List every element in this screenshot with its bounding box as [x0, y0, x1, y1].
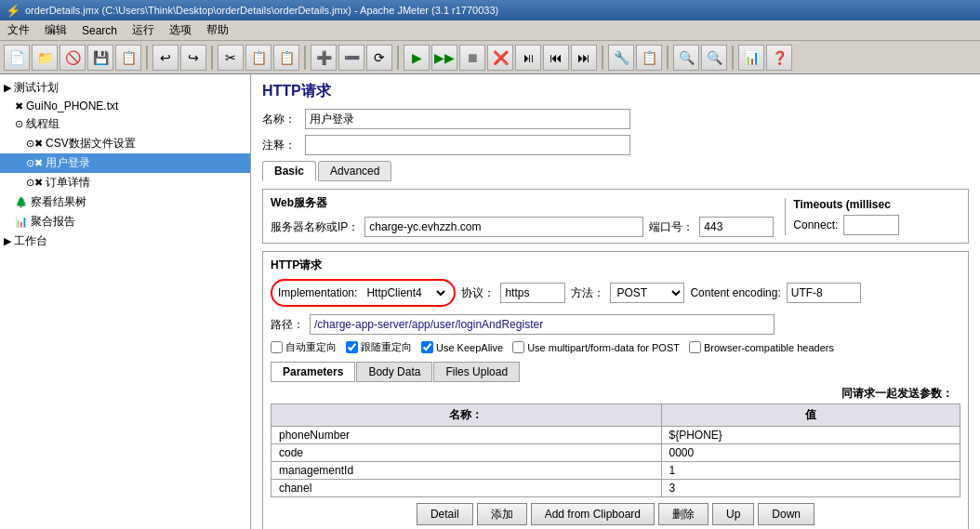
checkbox-follow-redirect[interactable]: 跟随重定向	[346, 340, 412, 354]
sidebar-item-workbench[interactable]: ▶ 工作台	[0, 231, 250, 251]
menu-options[interactable]: 选项	[166, 21, 195, 39]
toolbar-copy[interactable]: 📋	[245, 45, 271, 71]
test-plan-icon: ▶	[4, 82, 11, 94]
connect-input[interactable]	[843, 215, 899, 235]
sidebar-item-test-plan[interactable]: ▶ 测试计划	[0, 78, 250, 98]
menu-run[interactable]: 运行	[128, 21, 158, 39]
down-button[interactable]: Down	[758, 503, 814, 525]
sidebar-item-label: 察看结果树	[31, 194, 86, 210]
sidebar-item-user-login[interactable]: ⊙✖ 用户登录	[0, 153, 250, 173]
name-label: 名称：	[262, 112, 299, 127]
sidebar-item-view-tree[interactable]: 🌲 察看结果树	[0, 192, 250, 212]
tab-basic[interactable]: Basic	[262, 161, 316, 181]
menu-bar: 文件 编辑 Search 运行 选项 帮助	[0, 20, 980, 41]
comment-input[interactable]	[305, 135, 630, 155]
sub-tab-files-upload[interactable]: Files Upload	[433, 362, 520, 382]
toolbar-shutdown[interactable]: ❌	[487, 45, 513, 71]
checkbox-keep-alive[interactable]: Use KeepAlive	[421, 341, 503, 353]
table-row: managementId 1	[271, 462, 960, 480]
col-name-header: 名称：	[271, 404, 662, 427]
toolbar-cut[interactable]: ✂	[218, 45, 244, 71]
delete-button[interactable]: 删除	[658, 503, 709, 525]
browser-compat-checkbox[interactable]	[689, 341, 701, 353]
param-value-0: ${PHONE}	[661, 427, 960, 444]
sidebar-item-thread-group[interactable]: ⊙ 线程组	[0, 114, 250, 134]
toolbar-search[interactable]: 🔍	[673, 45, 699, 71]
detail-button[interactable]: Detail	[417, 503, 473, 525]
comment-label: 注释：	[262, 138, 299, 153]
sub-tabs: Parameters Body Data Files Upload	[271, 362, 960, 382]
sub-tab-parameters[interactable]: Parameters	[271, 362, 355, 382]
toolbar-help[interactable]: ❓	[766, 45, 792, 71]
checkbox-multipart[interactable]: Use multipart/form-data for POST	[512, 341, 680, 353]
toolbar-clear[interactable]: 🔍	[701, 45, 727, 71]
auto-redirect-checkbox[interactable]	[271, 341, 283, 353]
protocol-input[interactable]	[500, 283, 565, 303]
toolbar-sep-4	[397, 46, 399, 70]
toolbar-sep-6	[667, 46, 669, 70]
follow-redirect-checkbox[interactable]	[346, 341, 358, 353]
view-icon: 🌲	[15, 196, 28, 208]
sidebar-item-gui-no-phone[interactable]: ✖ GuiNo_PHONE.txt	[0, 98, 250, 114]
toolbar-remote-stop[interactable]: ⏮	[543, 45, 569, 71]
toolbar-stop[interactable]: ⏹	[459, 45, 485, 71]
toolbar-log-viewer[interactable]: 📋	[636, 45, 662, 71]
up-button[interactable]: Up	[712, 503, 754, 525]
toolbar-chart[interactable]: 📊	[738, 45, 764, 71]
toolbar-refresh[interactable]: ⟳	[366, 45, 392, 71]
toolbar-expand[interactable]: ➕	[311, 45, 337, 71]
toolbar-saveas[interactable]: 📋	[115, 45, 141, 71]
toolbar-collapse[interactable]: ➖	[338, 45, 364, 71]
toolbar-undo[interactable]: ↩	[152, 45, 179, 71]
toolbar-start-no-pause[interactable]: ▶▶	[431, 45, 457, 71]
method-select[interactable]: POST GET PUT DELETE	[610, 283, 684, 303]
encoding-input[interactable]	[787, 283, 861, 303]
connect-label: Connect:	[793, 218, 838, 231]
toolbar-remote-start[interactable]: ⏯	[515, 45, 541, 71]
toolbar-sep-3	[304, 46, 306, 70]
sidebar-item-order-detail[interactable]: ⊙✖ 订单详情	[0, 173, 250, 192]
tab-advanced[interactable]: Advanced	[318, 161, 391, 181]
toolbar-close[interactable]: 🚫	[60, 45, 86, 71]
name-input[interactable]	[305, 109, 630, 129]
sidebar-item-label: 线程组	[26, 116, 60, 132]
param-name-2: managementId	[271, 462, 662, 480]
port-input[interactable]	[699, 217, 774, 237]
title-text: orderDetails.jmx (C:\Users\Think\Desktop…	[25, 5, 498, 16]
port-label: 端口号：	[649, 219, 694, 235]
checkbox-auto-redirect[interactable]: 自动重定向	[271, 340, 337, 354]
sidebar-item-csv-data[interactable]: ⊙✖ CSV数据文件设置	[0, 134, 250, 153]
thread-icon: ⊙	[15, 118, 23, 130]
multipart-checkbox[interactable]	[512, 341, 524, 353]
user-login-icon: ⊙✖	[26, 157, 43, 169]
sidebar-item-label: 测试计划	[14, 80, 59, 96]
param-value-1: 0000	[661, 444, 960, 462]
menu-file[interactable]: 文件	[4, 21, 33, 39]
impl-select[interactable]: HttpClient4 Java HttpClient3.1	[361, 283, 448, 303]
toolbar-func-helper[interactable]: 🔧	[608, 45, 634, 71]
add-from-clipboard-button[interactable]: Add from Clipboard	[531, 503, 655, 525]
toolbar-save[interactable]: 💾	[87, 45, 113, 71]
table-row: code 0000	[271, 444, 960, 462]
http-request-section: HTTP请求 Implementation: HttpClient4 Java …	[262, 251, 969, 529]
menu-help[interactable]: 帮助	[203, 21, 232, 39]
toolbar-open[interactable]: 📁	[32, 45, 58, 71]
toolbar-redo[interactable]: ↪	[180, 45, 206, 71]
toolbar-remote-shutdown[interactable]: ⏭	[571, 45, 597, 71]
sub-tab-body-data[interactable]: Body Data	[356, 362, 432, 382]
sidebar-item-aggregate-report[interactable]: 📊 聚合报告	[0, 212, 250, 231]
keep-alive-checkbox[interactable]	[421, 341, 433, 353]
server-input[interactable]	[364, 217, 643, 237]
checkbox-browser-compat[interactable]: Browser-compatible headers	[689, 341, 834, 353]
add-button[interactable]: 添加	[477, 503, 527, 525]
path-input[interactable]	[310, 314, 775, 335]
http-request-title: HTTP请求	[271, 258, 960, 273]
order-icon: ⊙✖	[26, 177, 43, 189]
menu-edit[interactable]: 编辑	[41, 21, 71, 39]
toolbar-start[interactable]: ▶	[404, 45, 430, 71]
toolbar-new[interactable]: 📄	[4, 45, 30, 71]
toolbar-paste[interactable]: 📋	[273, 45, 299, 71]
server-label: 服务器名称或IP：	[271, 219, 359, 235]
toolbar-sep-7	[732, 46, 734, 70]
menu-search[interactable]: Search	[78, 23, 121, 38]
